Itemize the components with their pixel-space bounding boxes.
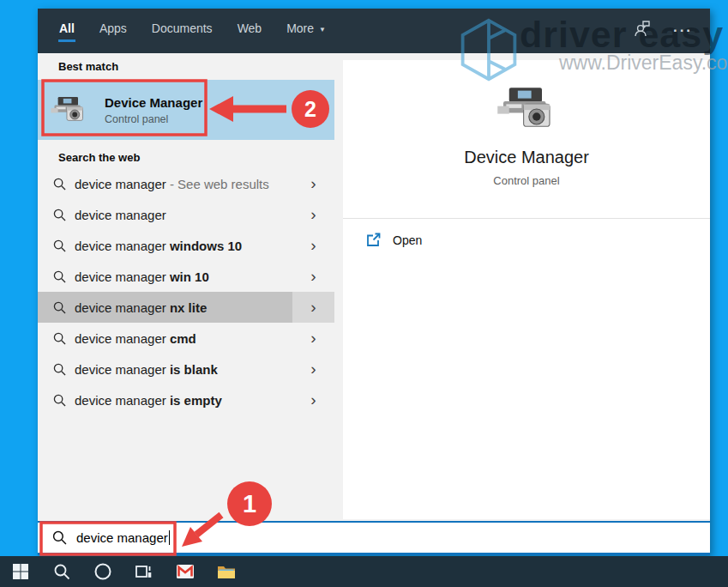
more-options-icon[interactable]: ··· xyxy=(673,22,693,39)
search-icon xyxy=(53,239,66,252)
web-suggestions-list: device manager - See web results › devic… xyxy=(38,168,334,415)
device-manager-icon xyxy=(50,94,87,125)
tab-documents[interactable]: Documents xyxy=(151,16,214,45)
preview-title: Device Manager xyxy=(464,148,589,167)
mail-app-button[interactable] xyxy=(165,556,206,587)
taskbar-search-button[interactable] xyxy=(41,556,82,587)
task-view-icon xyxy=(135,563,153,580)
tab-all[interactable]: All xyxy=(58,16,75,45)
suggestion-row[interactable]: device manager windows 10 › xyxy=(38,230,334,261)
search-icon xyxy=(53,394,66,407)
best-match-result[interactable]: Device Manager Control panel xyxy=(38,80,334,140)
open-label: Open xyxy=(393,233,422,247)
chevron-right-icon[interactable]: › xyxy=(292,354,334,384)
suggestion-row[interactable]: device manager win 10 › xyxy=(38,261,334,292)
search-results-body: Best match Device Manager xyxy=(38,53,710,521)
suggestion-row[interactable]: device manager › xyxy=(38,199,334,230)
tab-more[interactable]: More▼ xyxy=(286,16,327,45)
search-input[interactable]: device manager xyxy=(38,521,710,555)
chevron-right-icon[interactable]: › xyxy=(292,292,334,323)
suggestion-row[interactable]: device manager - See web results › xyxy=(38,168,334,199)
open-action[interactable]: Open xyxy=(343,232,710,248)
search-input-value: device manager xyxy=(76,530,168,545)
tab-web[interactable]: Web xyxy=(237,16,263,45)
best-match-subtitle: Control panel xyxy=(105,113,202,125)
search-icon xyxy=(53,332,66,345)
tab-apps[interactable]: Apps xyxy=(99,16,128,45)
open-external-icon xyxy=(365,232,382,248)
search-icon xyxy=(53,178,66,191)
chevron-right-icon[interactable]: › xyxy=(292,323,334,354)
search-filter-bar: All Apps Documents Web More▼ ··· xyxy=(38,9,710,53)
best-match-title: Device Manager xyxy=(105,95,202,110)
cortana-button[interactable] xyxy=(82,556,123,587)
feedback-person-icon[interactable] xyxy=(632,19,653,43)
suggestion-row-hovered[interactable]: device manager nx lite › xyxy=(38,292,334,323)
windows-logo-icon xyxy=(12,563,29,580)
chevron-down-icon: ▼ xyxy=(319,26,326,33)
search-icon xyxy=(53,363,66,376)
search-icon xyxy=(52,530,67,545)
preview-pane: Device Manager Control panel Open xyxy=(343,60,710,519)
chevron-right-icon[interactable]: › xyxy=(292,384,334,415)
chevron-right-icon[interactable]: › xyxy=(292,230,334,261)
chevron-right-icon[interactable]: › xyxy=(292,168,334,199)
preview-subtitle: Control panel xyxy=(493,174,559,187)
best-match-label: Best match xyxy=(38,60,334,73)
device-manager-icon-large xyxy=(496,84,557,134)
search-icon xyxy=(53,270,66,283)
search-icon xyxy=(53,209,66,221)
suggestion-row[interactable]: device manager cmd › xyxy=(38,323,334,354)
file-explorer-button[interactable] xyxy=(206,556,247,587)
taskbar xyxy=(0,556,728,587)
search-web-label: Search the web xyxy=(38,151,334,164)
chevron-right-icon[interactable]: › xyxy=(292,199,334,230)
search-icon xyxy=(53,563,70,580)
suggestion-row[interactable]: device manager is empty › xyxy=(38,384,334,415)
cortana-circle-icon xyxy=(93,562,112,581)
start-button[interactable] xyxy=(0,556,41,587)
suggestion-row[interactable]: device manager is blank › xyxy=(38,354,334,384)
text-caret xyxy=(169,530,171,545)
start-search-flyout: All Apps Documents Web More▼ ··· Best ma… xyxy=(38,9,710,555)
results-column: Best match Device Manager xyxy=(38,53,334,521)
task-view-button[interactable] xyxy=(123,556,165,587)
desktop-background: All Apps Documents Web More▼ ··· Best ma… xyxy=(0,0,728,587)
gmail-icon xyxy=(176,564,195,579)
folder-icon xyxy=(216,563,237,580)
divider xyxy=(343,218,710,219)
search-icon xyxy=(53,301,66,314)
chevron-right-icon[interactable]: › xyxy=(292,261,334,292)
